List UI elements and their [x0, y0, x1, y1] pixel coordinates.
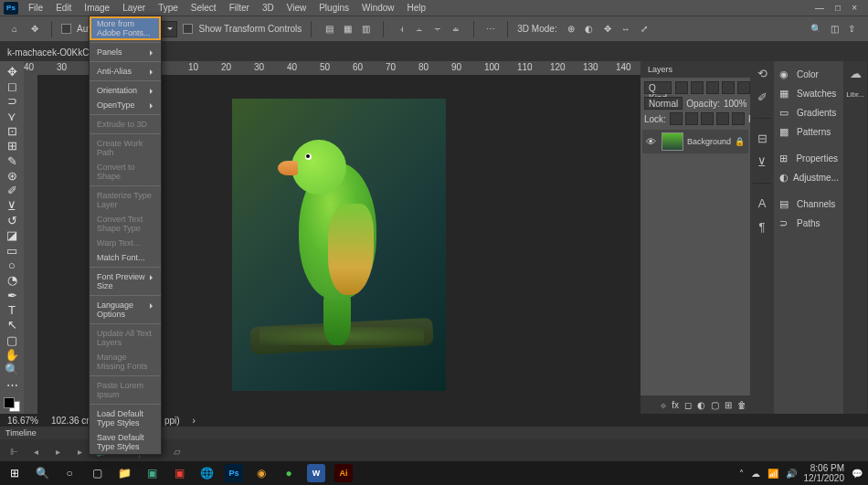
- stamp-tool[interactable]: ⊻: [2, 198, 22, 213]
- dist-vert-icon[interactable]: ⫨: [448, 22, 464, 37]
- menu-item[interactable]: Panels: [90, 45, 161, 59]
- menu-item[interactable]: Anti-Alias: [90, 64, 161, 79]
- blur-tool[interactable]: ○: [2, 258, 22, 272]
- menu-filter[interactable]: Filter: [223, 1, 256, 15]
- character-icon[interactable]: A: [755, 196, 769, 211]
- align-center-icon[interactable]: ▦: [339, 22, 355, 37]
- paragraph-icon[interactable]: ¶: [755, 220, 769, 235]
- properties-panel-btn[interactable]: ⊞Properties: [774, 149, 843, 168]
- app1-icon[interactable]: ▣: [143, 464, 161, 482]
- lock-artboard-icon[interactable]: [716, 112, 729, 125]
- frame-tool[interactable]: ⊞: [2, 139, 22, 153]
- zoom-tool[interactable]: 🔍: [2, 363, 22, 377]
- app2-icon[interactable]: ▣: [170, 464, 188, 482]
- hand-tool[interactable]: ✋: [2, 347, 22, 362]
- 3d-slide-icon[interactable]: ↔: [618, 22, 634, 37]
- filter-pixel-icon[interactable]: [675, 81, 688, 94]
- menu-item[interactable]: Match Font...: [90, 250, 161, 265]
- start-button[interactable]: ⊞: [5, 464, 24, 482]
- eraser-tool[interactable]: ◪: [2, 228, 22, 243]
- align-right-icon[interactable]: ▥: [357, 22, 374, 37]
- menu-item[interactable]: Save Default Type Styles: [90, 430, 161, 454]
- go-first-icon[interactable]: ⊩: [7, 447, 20, 457]
- 3d-scale-icon[interactable]: ⤢: [636, 22, 652, 37]
- libraries-label[interactable]: Libr...: [846, 90, 864, 99]
- maximize-icon[interactable]: □: [835, 3, 841, 13]
- transition-icon[interactable]: ▱: [171, 447, 184, 457]
- dist-right-icon[interactable]: ⫟: [429, 22, 446, 37]
- cloud-icon[interactable]: ☁: [848, 67, 863, 81]
- menu-select[interactable]: Select: [185, 1, 223, 15]
- prev-frame-icon[interactable]: ◂: [29, 447, 42, 457]
- menu-item[interactable]: Font Preview Size: [90, 269, 161, 293]
- delete-layer-icon[interactable]: 🗑: [737, 400, 746, 410]
- volume-icon[interactable]: 🔊: [786, 469, 797, 479]
- layer-style-icon[interactable]: fx: [672, 400, 679, 410]
- lock-all-icon[interactable]: [732, 112, 745, 125]
- next-frame-icon[interactable]: ▸: [73, 447, 86, 457]
- taskview-icon[interactable]: ▢: [88, 464, 106, 482]
- tray-chevron-icon[interactable]: ˄: [739, 469, 744, 479]
- autoselect-checkbox[interactable]: [61, 24, 71, 34]
- app3-icon[interactable]: ◉: [252, 464, 270, 482]
- 3d-roll-icon[interactable]: ◐: [581, 22, 598, 37]
- wand-tool[interactable]: ⋎: [2, 109, 22, 123]
- color-swatches[interactable]: [2, 395, 22, 414]
- illustrator-icon[interactable]: Ai: [334, 464, 353, 482]
- opacity-value[interactable]: 100%: [724, 99, 747, 109]
- path-tool[interactable]: ↖: [2, 318, 22, 332]
- layers-tab[interactable]: Layers: [640, 61, 750, 78]
- word-icon[interactable]: W: [307, 464, 325, 482]
- zoom-level[interactable]: 16.67%: [7, 416, 38, 426]
- onedrive-icon[interactable]: ☁: [751, 469, 760, 479]
- share-icon[interactable]: ⇪: [848, 24, 855, 34]
- heal-tool[interactable]: ⊛: [2, 168, 22, 183]
- chrome-icon[interactable]: 🌐: [197, 464, 216, 482]
- close-icon[interactable]: ×: [852, 3, 857, 13]
- menu-3d[interactable]: 3D: [256, 1, 281, 15]
- pen-tool[interactable]: ✒: [2, 288, 22, 302]
- menu-file[interactable]: File: [22, 1, 49, 15]
- menu-item[interactable]: Load Default Type Styles: [90, 406, 161, 430]
- layer-row[interactable]: 👁 Background 🔒: [642, 130, 748, 153]
- filter-adjust-icon[interactable]: [691, 81, 704, 94]
- group-icon[interactable]: ▢: [711, 400, 719, 410]
- minimize-icon[interactable]: —: [815, 3, 824, 13]
- history-icon[interactable]: ⟲: [755, 67, 769, 81]
- layer-filter-dropdown[interactable]: Q Kind: [644, 81, 672, 94]
- photoshop-task-icon[interactable]: Ps: [225, 464, 243, 482]
- more-align-icon[interactable]: ⋯: [483, 22, 498, 37]
- wifi-icon[interactable]: 📶: [767, 469, 778, 479]
- patterns-panel-btn[interactable]: ▩Patterns: [774, 122, 843, 142]
- clock[interactable]: 8:06 PM 12/1/2020: [804, 463, 845, 483]
- workspace-icon[interactable]: ◫: [831, 24, 839, 34]
- menu-window[interactable]: Window: [355, 1, 401, 15]
- paths-panel-btn[interactable]: ⊃Paths: [774, 214, 843, 233]
- menu-view[interactable]: View: [281, 1, 313, 15]
- dist-left-icon[interactable]: ⫞: [393, 22, 409, 37]
- lasso-tool[interactable]: ⊃: [2, 94, 22, 109]
- filter-shape-icon[interactable]: [722, 81, 735, 94]
- history-brush-tool[interactable]: ↺: [2, 213, 22, 227]
- 3d-orbit-icon[interactable]: ⊕: [563, 22, 579, 37]
- status-chevron-icon[interactable]: ›: [193, 416, 196, 426]
- menu-item[interactable]: More from Adobe Fonts...: [90, 16, 161, 40]
- explorer-icon[interactable]: 📁: [115, 464, 133, 482]
- link-layers-icon[interactable]: ⟐: [661, 400, 666, 410]
- cortana-icon[interactable]: ○: [60, 464, 79, 482]
- app4-icon[interactable]: ●: [280, 464, 298, 482]
- menu-item[interactable]: Language Options: [90, 298, 161, 322]
- menu-layer[interactable]: Layer: [116, 1, 152, 15]
- move-tool[interactable]: ✥: [2, 64, 22, 79]
- clone-source-icon[interactable]: ⊻: [755, 155, 769, 170]
- lock-image-icon[interactable]: [685, 112, 698, 125]
- menu-plugins[interactable]: Plugins: [312, 1, 355, 15]
- blend-mode-dropdown[interactable]: Normal: [644, 97, 683, 110]
- lock-trans-icon[interactable]: [670, 112, 683, 125]
- filter-smart-icon[interactable]: [737, 81, 750, 94]
- gradient-tool[interactable]: ▭: [2, 243, 22, 258]
- edit-toolbar[interactable]: ⋯: [2, 377, 22, 392]
- menu-image[interactable]: Image: [78, 1, 116, 15]
- shape-tool[interactable]: ▢: [2, 332, 22, 347]
- 3d-pan-icon[interactable]: ✥: [599, 22, 616, 37]
